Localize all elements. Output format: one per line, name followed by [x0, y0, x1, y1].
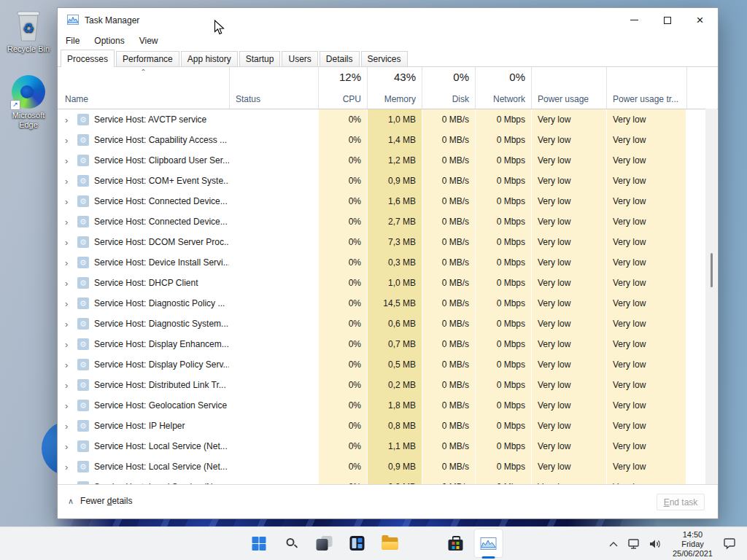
column-header-cpu[interactable]: 12% CPU: [318, 67, 367, 109]
column-header-memory[interactable]: 43% Memory: [367, 67, 422, 109]
scrollbar-thumb[interactable]: [711, 253, 713, 287]
tab-performance[interactable]: Performance: [116, 51, 179, 66]
column-header-disk[interactable]: 0% Disk: [422, 67, 475, 109]
power-usage-cell: Very low: [531, 416, 606, 436]
expand-chevron-icon[interactable]: [65, 278, 72, 289]
expand-chevron-icon[interactable]: [65, 319, 72, 330]
process-row[interactable]: Service Host: Geolocation Service 0% 1,8…: [58, 395, 718, 416]
process-row[interactable]: Service Host: AVCTP service 0% 1,0 MB 0 …: [58, 109, 718, 130]
expand-chevron-icon[interactable]: [65, 400, 72, 411]
tab-services[interactable]: Services: [361, 51, 408, 66]
close-button[interactable]: [684, 8, 716, 32]
process-row[interactable]: Service Host: Connected Device... 0% 2,7…: [58, 211, 718, 232]
taskbar-clock[interactable]: 14:50 Friday 25/06/2021: [670, 530, 716, 559]
task-view-button[interactable]: [310, 529, 339, 558]
clock-time: 14:50: [673, 530, 713, 540]
expand-chevron-icon[interactable]: [65, 196, 72, 207]
column-header-network[interactable]: 0% Network: [475, 67, 531, 109]
desktop: ♻ Recycle Bin ↗ Microsoft Edge Task Mana…: [0, 0, 747, 560]
windows-logo-icon: [252, 537, 266, 551]
widgets-icon: [350, 536, 365, 551]
column-header-status[interactable]: Status: [229, 67, 318, 109]
file-explorer-button[interactable]: [376, 529, 405, 558]
expand-chevron-icon[interactable]: [65, 237, 72, 248]
menu-options[interactable]: Options: [94, 36, 124, 46]
maximize-button[interactable]: [651, 8, 684, 32]
expand-chevron-icon[interactable]: [65, 421, 72, 432]
fewer-details-toggle[interactable]: Fewer details: [68, 496, 132, 506]
process-row[interactable]: Service Host: IP Helper 0% 0,8 MB 0 MB/s…: [58, 416, 718, 436]
process-row[interactable]: Service Host: Local Service (Net... 0% 0…: [58, 456, 718, 477]
process-row[interactable]: Service Host: Clipboard User Ser... 0% 1…: [58, 150, 718, 171]
process-name: Service Host: AVCTP service: [94, 114, 206, 125]
expand-chevron-icon[interactable]: [65, 155, 72, 166]
power-usage-cell: Very low: [531, 109, 606, 130]
widgets-button[interactable]: [343, 529, 372, 558]
network-cell: 0 Mbps: [475, 150, 531, 171]
desktop-icon-recycle-bin[interactable]: ♻ Recycle Bin: [5, 7, 52, 54]
process-row[interactable]: Service Host: Capability Access ... 0% 1…: [58, 130, 718, 150]
process-name: Service Host: Capability Access ...: [94, 135, 227, 145]
desktop-icon-microsoft-edge[interactable]: ↗ Microsoft Edge: [5, 74, 52, 130]
edge-button[interactable]: [409, 529, 438, 558]
process-row[interactable]: Service Host: DHCP Client 0% 1,0 MB 0 MB…: [58, 273, 718, 293]
memory-cell: 7,3 MB: [367, 232, 422, 252]
power-usage-cell: Very low: [531, 314, 606, 334]
process-row[interactable]: Service Host: Display Policy Serv... 0% …: [58, 354, 718, 375]
service-gear-icon: [77, 298, 89, 309]
column-header-filler: [686, 67, 718, 109]
process-row[interactable]: Service Host: Diagnostic Policy ... 0% 1…: [58, 293, 718, 314]
process-row[interactable]: Service Host: DCOM Server Proc... 0% 7,3…: [58, 232, 718, 252]
expand-chevron-icon[interactable]: [65, 339, 72, 350]
store-button[interactable]: [441, 529, 471, 558]
menu-file[interactable]: File: [66, 36, 80, 46]
start-button[interactable]: [244, 529, 274, 558]
expand-chevron-icon[interactable]: [65, 462, 72, 472]
vertical-scrollbar[interactable]: [705, 109, 717, 484]
column-header-name[interactable]: ⌃ Name: [58, 67, 229, 109]
notifications-icon[interactable]: [722, 536, 737, 552]
network-icon[interactable]: [627, 536, 642, 552]
disk-cell: 0 MB/s: [422, 211, 475, 232]
process-row[interactable]: Service Host: Connected Device... 0% 1,6…: [58, 191, 718, 211]
expand-chevron-icon[interactable]: [65, 380, 72, 391]
network-cell: 0 Mbps: [475, 395, 531, 416]
tray-expand-chevron-icon[interactable]: [606, 536, 621, 552]
column-header-power-usage[interactable]: Power usage: [531, 67, 606, 109]
end-task-button[interactable]: End task: [657, 494, 705, 510]
process-row[interactable]: Service Host: Local Service (Net... 0% 1…: [58, 436, 718, 456]
process-row[interactable]: Service Host: Diagnostic System... 0% 0,…: [58, 314, 718, 334]
expand-chevron-icon[interactable]: [65, 217, 72, 228]
tab-users[interactable]: Users: [282, 51, 317, 66]
process-row[interactable]: Service Host: COM+ Event Syste... 0% 0,9…: [58, 171, 718, 191]
task-manager-taskbar-button[interactable]: [474, 529, 503, 558]
expand-chevron-icon[interactable]: [65, 257, 72, 268]
expand-chevron-icon[interactable]: [65, 114, 72, 125]
power-usage-cell: Very low: [531, 273, 606, 293]
memory-cell: 0,7 MB: [367, 334, 422, 354]
tab-processes[interactable]: Processes: [61, 50, 115, 67]
desktop-icon-label: Recycle Bin: [5, 44, 52, 54]
expand-chevron-icon[interactable]: [65, 298, 72, 309]
expand-chevron-icon[interactable]: [65, 441, 72, 452]
power-usage-cell: Very low: [531, 171, 606, 191]
expand-chevron-icon[interactable]: [65, 176, 72, 187]
process-row[interactable]: Service Host: Distributed Link Tr... 0% …: [58, 375, 718, 395]
menu-view[interactable]: View: [139, 36, 158, 46]
expand-chevron-icon[interactable]: [65, 135, 72, 146]
expand-chevron-icon[interactable]: [65, 359, 72, 370]
column-header-power-usage-trend[interactable]: Power usage tr...: [606, 67, 686, 109]
tab-startup[interactable]: Startup: [239, 51, 281, 66]
memory-cell: 14,5 MB: [367, 293, 422, 314]
tab-details[interactable]: Details: [320, 51, 360, 66]
search-button[interactable]: [277, 529, 306, 558]
process-row[interactable]: Service Host: Device Install Servi... 0%…: [58, 252, 718, 273]
recycle-bin-icon: ♻: [5, 7, 52, 42]
tab-app-history[interactable]: App history: [181, 51, 238, 66]
minimize-button[interactable]: [618, 8, 651, 32]
power-usage-cell: Very low: [531, 232, 606, 252]
volume-icon[interactable]: [649, 536, 663, 552]
title-bar[interactable]: Task Manager: [58, 8, 718, 32]
process-row[interactable]: Service Host: Display Enhancem... 0% 0,7…: [58, 334, 718, 354]
disk-cell: 0 MB/s: [422, 456, 475, 477]
